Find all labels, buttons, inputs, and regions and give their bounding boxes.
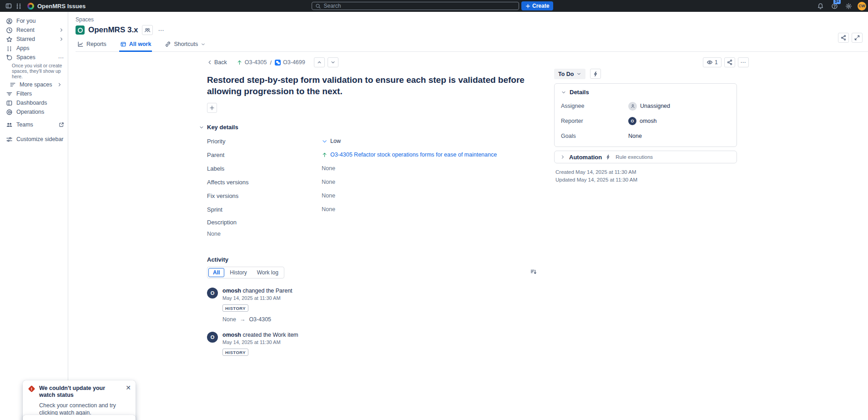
project-avatar: [76, 25, 85, 35]
back-chevron-icon: [207, 60, 212, 65]
field-value: Low: [330, 138, 341, 144]
automation-lightning-button[interactable]: [590, 69, 601, 79]
help-icon[interactable]: 3+: [829, 1, 839, 10]
history-badge: HISTORY: [222, 304, 248, 312]
issue-title[interactable]: Restored step-by-step form validation to…: [207, 74, 535, 97]
search-input[interactable]: [323, 3, 515, 9]
sidebar-item-for-you[interactable]: For you: [0, 16, 68, 25]
sidebar-item-label: Apps: [16, 45, 64, 51]
automation-panel[interactable]: Automation Rule executions: [554, 151, 737, 163]
openmrs-logo-icon: [27, 3, 34, 10]
sidebar-item-spaces[interactable]: Spaces ⋯: [0, 53, 68, 62]
status-label: To Do: [558, 71, 574, 77]
key-details-header[interactable]: Key details: [199, 124, 541, 131]
back-label: Back: [214, 59, 227, 66]
field-value[interactable]: None: [322, 192, 335, 199]
sidebar-item-operations[interactable]: Operations: [0, 107, 68, 116]
app-switcher-icon[interactable]: [14, 1, 24, 10]
error-icon: [28, 385, 35, 392]
add-content-button[interactable]: [207, 103, 217, 113]
activity-tab-history[interactable]: History: [225, 268, 251, 277]
rule-executions-label[interactable]: Rule executions: [616, 154, 653, 160]
sidebar-item-dashboards[interactable]: Dashboards: [0, 98, 68, 107]
sidebar-item-filters[interactable]: Filters: [0, 89, 68, 98]
activity-user[interactable]: omosh: [222, 332, 241, 338]
sidebar-item-teams[interactable]: Teams: [0, 120, 68, 129]
share-project-button[interactable]: [838, 33, 849, 43]
parent-issue-link[interactable]: O3-4305 Refactor stock operations forms …: [330, 152, 497, 158]
notifications-bell-icon[interactable]: [815, 1, 825, 10]
create-button[interactable]: Create: [521, 1, 553, 10]
people-icon: [144, 27, 151, 33]
history-badge: HISTORY: [222, 349, 248, 356]
activity-sort-button[interactable]: [530, 268, 537, 275]
breadcrumb-parent-issue[interactable]: O3-4305: [237, 59, 267, 66]
sidebar-item-apps[interactable]: Apps: [0, 44, 68, 53]
chevron-down-icon: [201, 42, 206, 47]
sidebar-item-customize[interactable]: Customize sidebar: [0, 135, 68, 144]
reporter-value[interactable]: O omosh: [628, 117, 657, 125]
description-value[interactable]: None: [207, 231, 541, 237]
sidebar: For you Recent Starred Apps Spaces ⋯ Onc…: [0, 12, 68, 420]
activity-action: created the Work item: [242, 332, 298, 338]
project-members-button[interactable]: [142, 25, 153, 35]
activity-tab-worklog[interactable]: Work log: [252, 268, 283, 277]
assignee-value[interactable]: Unassigned: [628, 102, 670, 111]
expand-icon: [854, 35, 860, 41]
global-search[interactable]: [312, 2, 519, 10]
activity-title: Activity: [207, 256, 541, 263]
next-issue-button[interactable]: [328, 57, 338, 67]
breadcrumb-current-issue[interactable]: O3-4699: [275, 59, 305, 66]
person-circle-icon: [6, 18, 13, 25]
user-avatar[interactable]: CW: [858, 2, 866, 10]
sidebar-item-label: Recent: [16, 27, 55, 33]
field-row-labels: Labels None: [207, 162, 541, 175]
expand-fullscreen-button[interactable]: [852, 33, 863, 43]
more-actions-button[interactable]: ⋯: [738, 57, 749, 67]
close-icon[interactable]: ✕: [126, 385, 131, 390]
toast-title: We couldn't update your watch status: [39, 385, 121, 399]
field-value[interactable]: None: [628, 133, 642, 139]
plus-icon: [525, 4, 530, 9]
details-panel-header[interactable]: Details: [561, 89, 730, 96]
sidebar-item-label: More spaces: [20, 81, 53, 88]
settings-gear-icon[interactable]: [843, 1, 853, 10]
sidebar-item-label: Operations: [16, 109, 64, 115]
unassigned-avatar-icon: [628, 102, 637, 111]
back-button[interactable]: Back: [207, 59, 227, 66]
breadcrumb[interactable]: Spaces: [76, 16, 94, 23]
field-value[interactable]: None: [322, 179, 335, 185]
previous-issue-button[interactable]: [314, 57, 325, 67]
search-icon: [315, 3, 321, 9]
field-value[interactable]: None: [322, 206, 335, 213]
field-value[interactable]: None: [322, 165, 335, 172]
tab-all-work[interactable]: All work: [119, 39, 152, 52]
arrow-up-icon: [322, 152, 328, 158]
sidebar-item-label: Teams: [16, 121, 55, 128]
sidebar-item-recent[interactable]: Recent: [0, 25, 68, 35]
activity-user[interactable]: omosh: [222, 288, 241, 294]
sidebar-toggle-icon[interactable]: [4, 1, 14, 10]
sidebar-item-starred[interactable]: Starred: [0, 35, 68, 44]
status-dropdown[interactable]: To Do: [554, 69, 585, 79]
app-brand[interactable]: OpenMRS Issues: [27, 3, 86, 10]
sidebar-item-more-spaces[interactable]: More spaces: [0, 80, 68, 89]
arrow-up-icon: [237, 60, 242, 66]
activity-tab-all[interactable]: All: [208, 268, 224, 277]
chevron-down-icon: [330, 60, 336, 65]
tab-shortcuts[interactable]: Shortcuts: [164, 39, 207, 52]
page-title: OpenMRS 3.x: [88, 25, 138, 35]
priority-value[interactable]: Low: [322, 138, 341, 144]
project-more-icon[interactable]: ⋯: [156, 25, 167, 35]
main-content: Spaces OpenMRS 3.x ⋯ Re: [68, 12, 868, 420]
tab-reports[interactable]: Reports: [76, 39, 107, 52]
field-label: Parent: [207, 152, 322, 158]
sidebar-item-label: Spaces: [16, 54, 55, 61]
field-label: Labels: [207, 165, 322, 172]
created-date: Created May 14, 2025 at 11:30 AM: [555, 168, 737, 176]
topbar: OpenMRS Issues Create 3+ CW: [0, 0, 868, 12]
more-horizontal-icon[interactable]: ⋯: [58, 54, 65, 61]
chevron-down-icon: [576, 71, 581, 76]
priority-low-icon: [322, 138, 328, 144]
right-rail: To Do Details Assignee: [554, 57, 737, 184]
